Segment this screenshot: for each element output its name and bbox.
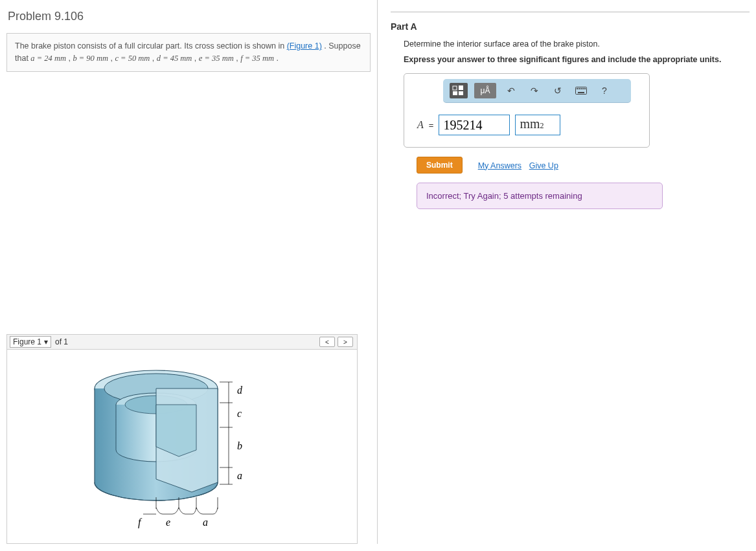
figure-prev-button[interactable]: < <box>319 337 335 347</box>
divider <box>391 12 750 12</box>
figure-selector-label: Figure 1 <box>13 337 41 346</box>
submit-button[interactable]: Submit <box>417 157 463 174</box>
dim-a-top: a <box>237 470 242 481</box>
var-e: e = 35 mm <box>199 54 234 63</box>
svg-rect-21 <box>578 88 580 89</box>
dim-e-bot: e <box>166 517 170 528</box>
svg-rect-22 <box>580 88 582 89</box>
submit-row: Submit My Answers Give Up <box>417 157 750 174</box>
chevron-down-icon: ▾ <box>44 337 48 346</box>
units-button[interactable]: μÅ <box>474 83 496 98</box>
svg-rect-18 <box>459 91 463 95</box>
var-a: a = 24 mm <box>30 54 66 63</box>
figure-image: d c b a f e a <box>6 350 358 544</box>
redo-icon[interactable]: ↷ <box>526 83 543 98</box>
answer-toolbar: μÅ ↶ ↷ ↺ ? <box>443 79 631 103</box>
figure-selector[interactable]: Figure 1 ▾ <box>10 336 51 348</box>
figure-next-button[interactable]: > <box>338 337 353 347</box>
svg-rect-20 <box>577 88 578 89</box>
link-row: My Answers Give Up <box>478 161 564 170</box>
part-a-instruction: Determine the interior surface area of t… <box>404 39 750 49</box>
units-base: mm <box>520 117 540 131</box>
figure-bar: Figure 1 ▾ of 1 < > <box>6 334 358 350</box>
reset-icon[interactable]: ↺ <box>549 83 566 98</box>
figure-link[interactable]: (Figure 1) <box>287 41 322 51</box>
give-up-link[interactable]: Give Up <box>529 161 558 170</box>
templates-icon[interactable] <box>450 83 468 98</box>
var-b: b = 90 mm <box>73 54 108 63</box>
sep: , <box>234 54 240 63</box>
answer-row: A = mm2 <box>404 111 649 147</box>
svg-rect-15 <box>453 86 457 90</box>
undo-icon[interactable]: ↶ <box>503 83 520 98</box>
answer-units-input[interactable]: mm2 <box>515 115 560 135</box>
equals-sign: = <box>429 120 434 130</box>
svg-rect-17 <box>453 91 457 95</box>
dim-a-bot: a <box>203 517 208 528</box>
sep: , <box>192 54 198 63</box>
var-d: d = 45 mm <box>157 54 192 63</box>
problem-text-1: The brake piston consists of a full circ… <box>15 41 287 51</box>
var-f: f = 35 mm <box>240 54 274 63</box>
dim-b: b <box>237 440 242 451</box>
part-a-bold: Express your answer to three significant… <box>404 55 750 64</box>
answer-value-input[interactable] <box>439 115 510 135</box>
sep: , <box>150 54 156 63</box>
answer-panel: μÅ ↶ ↷ ↺ ? A = mm2 <box>404 73 650 148</box>
units-exp: 2 <box>540 121 544 131</box>
dim-f: f <box>138 517 143 528</box>
keyboard-icon[interactable] <box>573 83 590 98</box>
feedback-message: Incorrect; Try Again; 5 attempts remaini… <box>417 183 663 209</box>
sep: , <box>108 54 115 63</box>
sep: , <box>66 54 73 63</box>
my-answers-link[interactable]: My Answers <box>478 161 521 170</box>
dim-c: c <box>237 408 242 419</box>
svg-rect-25 <box>578 92 584 93</box>
help-button[interactable]: ? <box>596 83 613 98</box>
problem-title: Problem 9.106 <box>8 10 371 23</box>
dim-d: d <box>237 385 243 396</box>
problem-statement: The brake piston consists of a full circ… <box>6 33 371 72</box>
figure-count: of 1 <box>55 337 68 346</box>
var-c: c = 50 mm <box>115 54 150 63</box>
answer-variable: A <box>417 119 424 131</box>
svg-rect-23 <box>582 88 584 89</box>
part-a-heading: Part A <box>391 21 750 32</box>
svg-rect-24 <box>584 88 586 89</box>
svg-rect-16 <box>459 85 463 90</box>
end: . <box>274 54 279 63</box>
piston-diagram: d c b a f e a <box>59 356 305 537</box>
